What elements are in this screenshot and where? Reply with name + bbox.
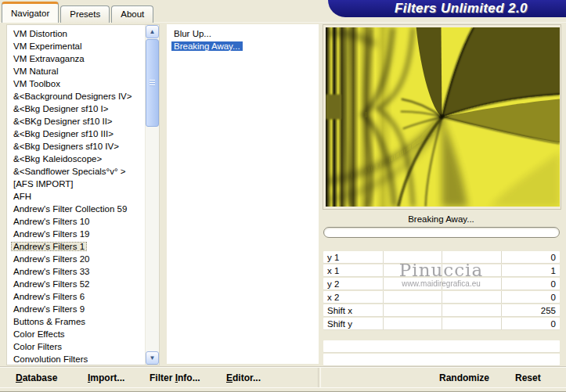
filter-item[interactable]: Blur Up... <box>167 28 319 41</box>
category-item[interactable]: VM Distortion <box>7 27 146 40</box>
category-item[interactable]: VM Natural <box>7 65 146 77</box>
param-label: x 2 <box>327 292 339 303</box>
category-item[interactable]: Andrew's Filters 20 <box>7 253 146 265</box>
import-button[interactable]: Import... <box>88 372 124 383</box>
category-scrollbar[interactable]: ▲ ▼ <box>145 25 159 365</box>
category-item[interactable]: &<Sandflower Specials°v° > <box>7 165 146 178</box>
category-item[interactable]: Andrew's Filters 9 <box>7 303 146 315</box>
tab[interactable]: Navigator <box>2 2 59 23</box>
tick-mark <box>383 251 384 263</box>
category-label: VM Natural <box>11 67 61 76</box>
category-label: VM Distortion <box>11 29 70 38</box>
tab-label: About <box>121 9 144 19</box>
tick-mark <box>442 291 442 303</box>
category-label: &<Bkg Designer sf10 I> <box>11 104 110 113</box>
scrollbar-down-button[interactable]: ▼ <box>146 351 159 365</box>
category-label: &<BKg Designer sf10 II> <box>11 117 115 126</box>
category-item[interactable]: Andrew's Filters 6 <box>7 290 146 303</box>
tick-mark <box>501 278 502 290</box>
param-label: Shift x <box>327 305 352 316</box>
param-slider[interactable]: x 2 0 <box>323 291 560 303</box>
filter-label: Breaking Away... <box>171 41 243 51</box>
filter-info-button[interactable]: Filter Info... <box>150 372 200 383</box>
category-label: Buttons & Frames <box>11 317 88 326</box>
tick-mark <box>383 304 384 316</box>
tick-mark <box>442 304 442 316</box>
param-slider-empty <box>323 340 560 352</box>
category-label: Andrew's Filters 9 <box>11 304 87 314</box>
category-item[interactable]: Color Filters <box>7 340 146 353</box>
app-title: Filters Unlimited 2.0 <box>395 1 528 16</box>
preview-image <box>326 27 560 207</box>
database-button[interactable]: Database <box>16 372 57 383</box>
category-item[interactable]: Andrew's Filters 19 <box>7 228 146 240</box>
param-value: 0 <box>551 252 556 263</box>
tick-mark <box>501 304 502 316</box>
category-label: Andrew's Filters 20 <box>11 254 92 264</box>
category-item[interactable]: Andrew's Filter Collection 59 <box>7 203 146 215</box>
category-item[interactable]: [AFS IMPORT] <box>7 178 146 190</box>
category-item[interactable]: &<Bkg Kaleidoscope> <box>7 153 146 165</box>
category-item[interactable]: &<Bkg Designer sf10 I> <box>7 102 146 115</box>
preview-panel: Breaking Away... y 1 0 x 1 1 <box>323 24 563 365</box>
param-slider[interactable]: Shift y 0 <box>323 318 560 329</box>
category-item[interactable]: &<Bkg Designer sf10 III> <box>7 128 146 140</box>
category-label: &<Sandflower Specials°v° > <box>11 167 128 176</box>
bottom-toolbar-right: Randomize Reset <box>320 368 566 388</box>
category-item[interactable]: Andrew's Filters 10 <box>7 215 146 228</box>
param-label: y 1 <box>327 252 339 263</box>
filter-label: Blur Up... <box>171 29 214 38</box>
title-banner: Filters Unlimited 2.0 <box>328 0 566 17</box>
tab-strip: NavigatorPresetsAbout <box>2 2 153 23</box>
category-item[interactable]: VM Extravaganza <box>7 52 146 65</box>
category-item[interactable]: Andrew's Filters 1 <box>7 240 146 253</box>
filters-unlimited-dialog: NavigatorPresetsAbout Filters Unlimited … <box>0 0 566 392</box>
category-item[interactable]: &<Background Designers IV> <box>7 90 146 102</box>
tab-label: Presets <box>70 9 100 19</box>
category-label: Color Filters <box>11 342 64 351</box>
window-bottom-highlight <box>0 387 566 388</box>
category-item[interactable]: Convolution Filters <box>7 353 146 365</box>
category-label: Andrew's Filter Collection 59 <box>11 204 129 214</box>
tick-mark <box>442 278 442 290</box>
bottom-toolbar-left: Database Import... Filter Info... Editor… <box>0 368 319 388</box>
param-slider[interactable]: x 1 1 <box>323 264 560 276</box>
category-label: Andrew's Filters 10 <box>11 217 92 226</box>
tab[interactable]: Presets <box>60 5 110 23</box>
tick-mark <box>501 264 502 276</box>
scrollbar-thumb[interactable] <box>146 39 159 127</box>
preview-frame <box>323 24 561 210</box>
param-slider[interactable]: Shift x 255 <box>323 304 560 316</box>
param-slider[interactable]: y 1 0 <box>323 251 560 263</box>
parameter-sliders: y 1 0 x 1 1 y 2 0 <box>323 251 560 331</box>
category-item[interactable]: VM Toolbox <box>7 77 146 90</box>
param-value: 0 <box>551 279 556 290</box>
category-item[interactable]: &<Bkg Designers sf10 IV> <box>7 140 146 153</box>
reset-button[interactable]: Reset <box>515 372 541 383</box>
category-label: Andrew's Filters 52 <box>11 279 92 289</box>
progress-bar <box>323 227 560 238</box>
category-label: Andrew's Filters 1 <box>11 242 87 251</box>
category-label: &<Background Designers IV> <box>11 92 135 101</box>
category-label: Andrew's Filters 33 <box>11 267 92 276</box>
category-item[interactable]: &<BKg Designer sf10 II> <box>7 115 146 128</box>
filter-item[interactable]: Breaking Away... <box>167 41 319 53</box>
param-slider[interactable]: y 2 0 <box>323 278 560 290</box>
category-item[interactable]: Andrew's Filters 33 <box>7 265 146 278</box>
category-item[interactable]: Color Effects <box>7 328 146 340</box>
category-item[interactable]: Buttons & Frames <box>7 315 146 328</box>
tab[interactable]: About <box>111 5 153 23</box>
category-item[interactable]: VM Experimental <box>7 40 146 52</box>
tick-mark <box>383 318 384 329</box>
category-label: VM Toolbox <box>11 79 63 88</box>
category-item[interactable]: AFH <box>7 190 146 203</box>
category-label: Color Effects <box>11 329 67 339</box>
param-value: 255 <box>541 305 556 316</box>
category-item[interactable]: Andrew's Filters 52 <box>7 278 146 290</box>
tick-mark <box>442 251 442 263</box>
randomize-button[interactable]: Randomize <box>439 372 489 383</box>
scrollbar-up-button[interactable]: ▲ <box>146 25 159 38</box>
param-slider-empty <box>323 354 560 365</box>
param-label: Shift y <box>327 318 352 329</box>
editor-button[interactable]: Editor... <box>226 372 261 383</box>
